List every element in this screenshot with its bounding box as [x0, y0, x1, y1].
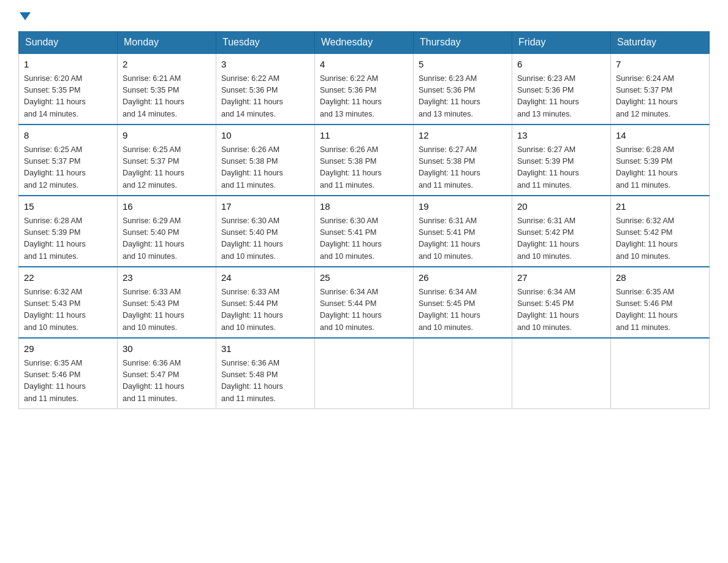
calendar-cell: 12Sunrise: 6:27 AMSunset: 5:38 PMDayligh…	[414, 124, 512, 196]
day-info: Sunrise: 6:28 AMSunset: 5:39 PMDaylight:…	[24, 215, 112, 263]
weekday-header-friday: Friday	[512, 32, 611, 54]
day-info: Sunrise: 6:29 AMSunset: 5:40 PMDaylight:…	[123, 215, 211, 263]
day-info: Sunrise: 6:28 AMSunset: 5:39 PMDaylight:…	[616, 144, 704, 192]
weekday-header-sunday: Sunday	[19, 32, 118, 54]
week-row-2: 8Sunrise: 6:25 AMSunset: 5:37 PMDaylight…	[19, 124, 710, 196]
day-info: Sunrise: 6:26 AMSunset: 5:38 PMDaylight:…	[320, 144, 408, 192]
day-info: Sunrise: 6:22 AMSunset: 5:36 PMDaylight:…	[221, 73, 309, 121]
day-number: 20	[517, 200, 605, 214]
calendar-cell: 23Sunrise: 6:33 AMSunset: 5:43 PMDayligh…	[118, 267, 216, 338]
day-number: 15	[24, 200, 112, 214]
calendar-cell: 18Sunrise: 6:30 AMSunset: 5:41 PMDayligh…	[315, 196, 414, 267]
day-number: 24	[221, 271, 309, 285]
day-number: 2	[123, 58, 211, 72]
day-number: 19	[419, 200, 507, 214]
day-info: Sunrise: 6:23 AMSunset: 5:36 PMDaylight:…	[517, 73, 605, 121]
day-info: Sunrise: 6:36 AMSunset: 5:48 PMDaylight:…	[221, 358, 309, 405]
calendar-cell: 15Sunrise: 6:28 AMSunset: 5:39 PMDayligh…	[19, 196, 118, 267]
day-number: 18	[320, 200, 408, 214]
calendar-cell: 26Sunrise: 6:34 AMSunset: 5:45 PMDayligh…	[414, 267, 512, 338]
calendar-cell: 5Sunrise: 6:23 AMSunset: 5:36 PMDaylight…	[414, 53, 512, 124]
day-number: 5	[419, 58, 507, 72]
day-info: Sunrise: 6:27 AMSunset: 5:39 PMDaylight:…	[517, 144, 605, 192]
day-info: Sunrise: 6:35 AMSunset: 5:46 PMDaylight:…	[24, 358, 112, 405]
day-number: 8	[24, 129, 112, 143]
day-info: Sunrise: 6:34 AMSunset: 5:45 PMDaylight:…	[517, 286, 605, 334]
calendar-cell	[315, 338, 414, 409]
calendar-cell: 14Sunrise: 6:28 AMSunset: 5:39 PMDayligh…	[611, 124, 710, 196]
week-row-4: 22Sunrise: 6:32 AMSunset: 5:43 PMDayligh…	[19, 267, 710, 338]
day-info: Sunrise: 6:31 AMSunset: 5:42 PMDaylight:…	[517, 215, 605, 263]
day-number: 13	[517, 129, 605, 143]
day-number: 9	[123, 129, 211, 143]
day-number: 26	[419, 271, 507, 285]
day-number: 16	[123, 200, 211, 214]
calendar-cell: 7Sunrise: 6:24 AMSunset: 5:37 PMDaylight…	[611, 53, 710, 124]
day-number: 14	[616, 129, 704, 143]
day-number: 6	[517, 58, 605, 72]
calendar-cell: 25Sunrise: 6:34 AMSunset: 5:44 PMDayligh…	[315, 267, 414, 338]
calendar-cell: 10Sunrise: 6:26 AMSunset: 5:38 PMDayligh…	[216, 124, 315, 196]
day-info: Sunrise: 6:34 AMSunset: 5:45 PMDaylight:…	[419, 286, 507, 334]
calendar-cell: 16Sunrise: 6:29 AMSunset: 5:40 PMDayligh…	[118, 196, 216, 267]
day-info: Sunrise: 6:20 AMSunset: 5:35 PMDaylight:…	[24, 73, 112, 121]
day-number: 25	[320, 271, 408, 285]
calendar-cell: 2Sunrise: 6:21 AMSunset: 5:35 PMDaylight…	[118, 53, 216, 124]
day-number: 30	[123, 342, 211, 356]
calendar-cell	[512, 338, 611, 409]
day-info: Sunrise: 6:26 AMSunset: 5:38 PMDaylight:…	[221, 144, 309, 192]
day-number: 29	[24, 342, 112, 356]
calendar-cell: 24Sunrise: 6:33 AMSunset: 5:44 PMDayligh…	[216, 267, 315, 338]
day-info: Sunrise: 6:31 AMSunset: 5:41 PMDaylight:…	[419, 215, 507, 263]
day-number: 28	[616, 271, 704, 285]
day-info: Sunrise: 6:27 AMSunset: 5:38 PMDaylight:…	[419, 144, 507, 192]
day-info: Sunrise: 6:30 AMSunset: 5:40 PMDaylight:…	[221, 215, 309, 263]
day-info: Sunrise: 6:24 AMSunset: 5:37 PMDaylight:…	[616, 73, 704, 121]
calendar-cell: 20Sunrise: 6:31 AMSunset: 5:42 PMDayligh…	[512, 196, 611, 267]
weekday-header-monday: Monday	[118, 32, 216, 54]
day-number: 17	[221, 200, 309, 214]
calendar-cell: 21Sunrise: 6:32 AMSunset: 5:42 PMDayligh…	[611, 196, 710, 267]
weekday-header-row: SundayMondayTuesdayWednesdayThursdayFrid…	[19, 32, 710, 54]
week-row-1: 1Sunrise: 6:20 AMSunset: 5:35 PMDaylight…	[19, 53, 710, 124]
day-info: Sunrise: 6:32 AMSunset: 5:42 PMDaylight:…	[616, 215, 704, 263]
day-info: Sunrise: 6:21 AMSunset: 5:35 PMDaylight:…	[123, 73, 211, 121]
day-number: 23	[123, 271, 211, 285]
calendar-cell: 29Sunrise: 6:35 AMSunset: 5:46 PMDayligh…	[19, 338, 118, 409]
day-info: Sunrise: 6:36 AMSunset: 5:47 PMDaylight:…	[123, 358, 211, 405]
calendar-cell: 1Sunrise: 6:20 AMSunset: 5:35 PMDaylight…	[19, 53, 118, 124]
logo	[18, 12, 31, 20]
calendar-cell	[414, 338, 512, 409]
day-info: Sunrise: 6:25 AMSunset: 5:37 PMDaylight:…	[123, 144, 211, 192]
day-info: Sunrise: 6:22 AMSunset: 5:36 PMDaylight:…	[320, 73, 408, 121]
day-info: Sunrise: 6:33 AMSunset: 5:44 PMDaylight:…	[221, 286, 309, 334]
day-number: 22	[24, 271, 112, 285]
day-info: Sunrise: 6:34 AMSunset: 5:44 PMDaylight:…	[320, 286, 408, 334]
calendar-cell: 8Sunrise: 6:25 AMSunset: 5:37 PMDaylight…	[19, 124, 118, 196]
calendar-cell: 13Sunrise: 6:27 AMSunset: 5:39 PMDayligh…	[512, 124, 611, 196]
week-row-3: 15Sunrise: 6:28 AMSunset: 5:39 PMDayligh…	[19, 196, 710, 267]
day-number: 12	[419, 129, 507, 143]
week-row-5: 29Sunrise: 6:35 AMSunset: 5:46 PMDayligh…	[19, 338, 710, 409]
day-number: 11	[320, 129, 408, 143]
day-info: Sunrise: 6:35 AMSunset: 5:46 PMDaylight:…	[616, 286, 704, 334]
day-number: 10	[221, 129, 309, 143]
weekday-header-wednesday: Wednesday	[315, 32, 414, 54]
page-header	[18, 12, 710, 20]
day-number: 3	[221, 58, 309, 72]
calendar-cell: 22Sunrise: 6:32 AMSunset: 5:43 PMDayligh…	[19, 267, 118, 338]
calendar-cell: 28Sunrise: 6:35 AMSunset: 5:46 PMDayligh…	[611, 267, 710, 338]
day-number: 1	[24, 58, 112, 72]
weekday-header-thursday: Thursday	[414, 32, 512, 54]
day-info: Sunrise: 6:23 AMSunset: 5:36 PMDaylight:…	[419, 73, 507, 121]
day-info: Sunrise: 6:30 AMSunset: 5:41 PMDaylight:…	[320, 215, 408, 263]
weekday-header-tuesday: Tuesday	[216, 32, 315, 54]
weekday-header-saturday: Saturday	[611, 32, 710, 54]
calendar-cell: 9Sunrise: 6:25 AMSunset: 5:37 PMDaylight…	[118, 124, 216, 196]
calendar-cell: 11Sunrise: 6:26 AMSunset: 5:38 PMDayligh…	[315, 124, 414, 196]
day-info: Sunrise: 6:25 AMSunset: 5:37 PMDaylight:…	[24, 144, 112, 192]
day-number: 27	[517, 271, 605, 285]
logo-triangle-icon	[20, 12, 31, 20]
calendar-table: SundayMondayTuesdayWednesdayThursdayFrid…	[18, 31, 710, 409]
day-number: 7	[616, 58, 704, 72]
